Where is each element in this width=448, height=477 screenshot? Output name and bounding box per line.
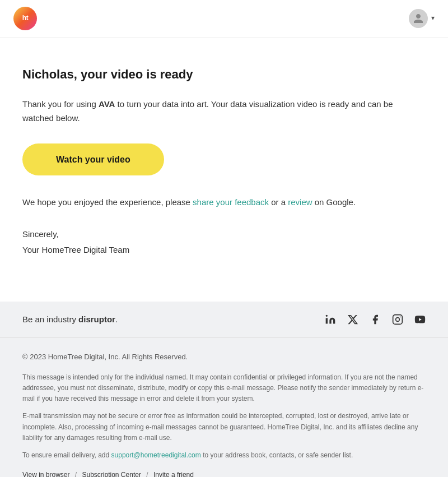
separator-2: /	[146, 471, 150, 477]
svg-point-3	[400, 317, 401, 318]
social-icons	[325, 314, 426, 325]
separator-1: /	[75, 471, 79, 477]
logo-text: ht	[22, 13, 28, 24]
feedback-text-part2: or a	[269, 197, 288, 207]
footer-tagline: Be an industry disruptor.	[22, 313, 118, 326]
disclaimer-2: E-mail transmission may not be secure or…	[22, 411, 426, 443]
svg-rect-1	[393, 315, 403, 325]
tagline-part2: .	[115, 314, 118, 324]
svg-point-0	[326, 315, 328, 317]
team-name: Your HomeTree Digital Team	[22, 243, 414, 257]
copyright: © 2023 HomeTree Digital, Inc. All Rights…	[22, 351, 426, 363]
share-feedback-link[interactable]: share your feedback	[193, 197, 269, 207]
feedback-text-part3: on Google.	[312, 197, 356, 207]
disclaimer-1: This message is intended only for the in…	[22, 372, 426, 405]
invite-friend-link[interactable]: Invite a friend	[153, 471, 194, 477]
review-link[interactable]: review	[288, 197, 312, 207]
svg-point-2	[396, 318, 400, 322]
tagline-bold: disruptor	[78, 314, 115, 324]
twitter-icon[interactable]	[347, 314, 358, 325]
sincerely-text: Sincerely,	[22, 228, 414, 241]
brand-name: AVA	[99, 99, 115, 109]
watch-video-button[interactable]: Watch your video	[22, 143, 164, 176]
subscription-center-link[interactable]: Subscription Center	[82, 471, 141, 477]
view-in-browser-link[interactable]: View in browser	[22, 471, 69, 477]
instagram-icon[interactable]	[392, 314, 403, 325]
email-delivery-part1: To ensure email delivery, add	[22, 451, 111, 459]
youtube-icon[interactable]	[414, 314, 426, 325]
footer-links: View in browser / Subscription Center / …	[22, 470, 426, 477]
footer-bottom: © 2023 HomeTree Digital, Inc. All Rights…	[0, 337, 448, 477]
facebook-icon[interactable]	[370, 314, 381, 325]
email-delivery-note: To ensure email delivery, add support@ho…	[22, 450, 426, 461]
header: ht ▾	[0, 0, 448, 38]
feedback-paragraph: We hope you enjoyed the experience, plea…	[22, 196, 414, 210]
support-email-link[interactable]: support@hometreedigital.com	[111, 451, 201, 459]
feedback-text-part1: We hope you enjoyed the experience, plea…	[22, 197, 193, 207]
logo[interactable]: ht	[13, 7, 37, 30]
footer-band: Be an industry disruptor.	[0, 302, 448, 337]
avatar	[409, 9, 428, 28]
email-delivery-part2: to your address book, contacts, or safe …	[201, 451, 353, 459]
main-content: Nicholas, your video is ready Thank you …	[0, 38, 437, 279]
page-title: Nicholas, your video is ready	[22, 64, 414, 84]
chevron-down-icon: ▾	[431, 13, 435, 24]
intro-text-part1: Thank you for using	[22, 99, 99, 109]
linkedin-icon[interactable]	[325, 314, 336, 325]
user-menu[interactable]: ▾	[409, 9, 435, 28]
intro-paragraph: Thank you for using AVA to turn your dat…	[22, 98, 414, 126]
tagline-part1: Be an industry	[22, 314, 78, 324]
